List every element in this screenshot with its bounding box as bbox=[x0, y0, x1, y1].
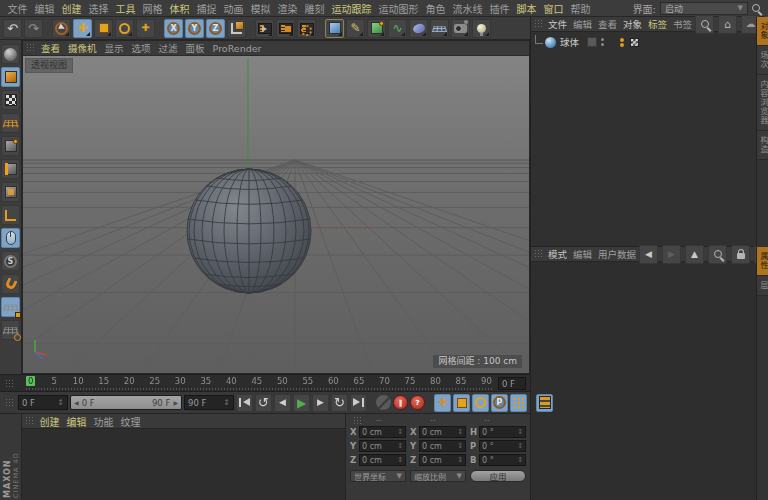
viewport-menu-选项[interactable]: 选项 bbox=[128, 41, 155, 55]
menu-编辑[interactable]: 编辑 bbox=[31, 1, 58, 16]
axis-mode-button[interactable] bbox=[1, 205, 20, 225]
x-axis-button[interactable]: X bbox=[164, 19, 183, 38]
preview-range-slider[interactable]: ◀ 0 F 90 F ▶ bbox=[70, 395, 182, 410]
generator-button[interactable] bbox=[367, 19, 386, 38]
home-icon[interactable]: ⌂ bbox=[718, 15, 737, 34]
menu-运动图形[interactable]: 运动图形 bbox=[375, 1, 422, 16]
spinner-icon[interactable]: ↕ bbox=[397, 442, 403, 450]
sphere-object[interactable] bbox=[187, 169, 311, 293]
coord-select-0[interactable]: 世界坐标▼ bbox=[350, 470, 406, 482]
make-editable-button[interactable] bbox=[1, 44, 20, 64]
y-axis-button[interactable]: Y bbox=[185, 19, 204, 38]
end-frame-field[interactable]: 90 F ↕ bbox=[184, 395, 234, 410]
coord-field-B-2[interactable]: 0 °↕ bbox=[479, 454, 526, 466]
play-button[interactable]: ▶ bbox=[293, 394, 310, 412]
viewport-menu-查看[interactable]: 查看 bbox=[37, 41, 64, 55]
spinner-icon[interactable]: ↕ bbox=[457, 442, 463, 450]
deformer-button[interactable]: ∿ bbox=[388, 19, 407, 38]
coord-select-1[interactable]: 缩放比例▼ bbox=[410, 470, 466, 482]
menu-帮助[interactable]: 帮助 bbox=[567, 1, 594, 16]
panel-handle[interactable] bbox=[534, 19, 542, 29]
scale-tool[interactable] bbox=[94, 19, 113, 38]
am-menu-模式[interactable]: 模式 bbox=[545, 247, 570, 261]
menu-动画[interactable]: 动画 bbox=[220, 1, 247, 16]
side-tab-场次[interactable]: 场次 bbox=[757, 46, 768, 75]
coord-header-1[interactable]: -- bbox=[418, 416, 472, 425]
points-mode-button[interactable] bbox=[1, 136, 20, 156]
position-key-toggle[interactable]: ✚ bbox=[434, 394, 451, 412]
select-tool[interactable] bbox=[52, 19, 71, 38]
model-mode-button[interactable] bbox=[1, 67, 20, 87]
workplane-mode-button[interactable] bbox=[1, 113, 20, 133]
side-tab-对象[interactable]: 对象 bbox=[757, 17, 768, 46]
record-disabled-button[interactable] bbox=[376, 395, 391, 410]
lock-workplane-button[interactable] bbox=[1, 297, 20, 317]
coord-field-Z-0[interactable]: 0 cm↕ bbox=[359, 454, 406, 466]
goto-end-button[interactable] bbox=[350, 394, 367, 412]
texture-mode-button[interactable] bbox=[1, 90, 20, 110]
menu-窗口[interactable]: 窗口 bbox=[540, 1, 567, 16]
viewport-menu-ProRender[interactable]: ProRender bbox=[209, 43, 266, 54]
menu-模拟[interactable]: 模拟 bbox=[247, 1, 274, 16]
panel-handle[interactable] bbox=[26, 43, 34, 53]
edges-mode-button[interactable] bbox=[1, 159, 20, 179]
loop-button[interactable]: ↻ bbox=[331, 394, 348, 412]
coord-header-2[interactable]: -- bbox=[472, 416, 526, 425]
visibility-toggle[interactable] bbox=[601, 38, 604, 46]
panel-handle[interactable] bbox=[534, 249, 542, 259]
coord-field-Y-1[interactable]: 0 cm↕ bbox=[419, 440, 466, 452]
prev-frame-button[interactable]: ◀ bbox=[274, 394, 291, 412]
menu-雕刻[interactable]: 雕刻 bbox=[301, 1, 328, 16]
menu-网格[interactable]: 网格 bbox=[139, 1, 166, 16]
panel-handle[interactable] bbox=[353, 416, 361, 426]
timeline-ruler[interactable]: 051015202530354045505560657075808590 0 F bbox=[0, 374, 530, 392]
material-menu-创建[interactable]: 创建 bbox=[36, 414, 63, 429]
coord-field-Y-0[interactable]: 0 cm↕ bbox=[359, 440, 406, 452]
om-menu-对象[interactable]: 对象 bbox=[620, 17, 645, 31]
panel-handle[interactable] bbox=[5, 398, 13, 408]
spinner-icon[interactable]: ↕ bbox=[397, 428, 403, 436]
object-label[interactable]: 球体 bbox=[558, 35, 581, 49]
render-settings-button[interactable] bbox=[297, 19, 316, 38]
om-menu-标签[interactable]: 标签 bbox=[645, 17, 670, 31]
search-icon[interactable] bbox=[752, 4, 760, 12]
menu-工具[interactable]: 工具 bbox=[112, 1, 139, 16]
spinner-icon[interactable]: ↕ bbox=[397, 456, 403, 464]
menu-体积[interactable]: 体积 bbox=[166, 1, 193, 16]
undo-button[interactable]: ↶ bbox=[3, 19, 22, 38]
spinner-icon[interactable]: ↕ bbox=[223, 398, 230, 407]
timeline-end-field[interactable]: 0 F bbox=[498, 377, 526, 390]
coord-field-P-2[interactable]: 0 °↕ bbox=[479, 440, 526, 452]
coord-field-H-2[interactable]: 0 °↕ bbox=[479, 426, 526, 438]
autokey-button[interactable]: ? bbox=[410, 395, 425, 410]
light-button[interactable] bbox=[472, 19, 491, 38]
menu-流水线[interactable]: 流水线 bbox=[449, 1, 486, 16]
am-menu-用户数据[interactable]: 用户数据 bbox=[595, 247, 639, 261]
side-tab-属性[interactable]: 属性 bbox=[757, 247, 768, 276]
scale-key-toggle[interactable] bbox=[453, 394, 470, 412]
coord-field-Z-1[interactable]: 0 cm↕ bbox=[419, 454, 466, 466]
parameter-key-toggle[interactable]: P bbox=[491, 394, 508, 412]
spline-pen-button[interactable]: ✎ bbox=[346, 19, 365, 38]
coord-field-X-1[interactable]: 0 cm↕ bbox=[419, 426, 466, 438]
side-tab-层[interactable]: 层 bbox=[757, 276, 768, 296]
volume-button[interactable] bbox=[409, 19, 428, 38]
camera-button[interactable] bbox=[451, 19, 470, 38]
material-menu-功能[interactable]: 功能 bbox=[90, 414, 117, 429]
spinner-icon[interactable]: ↕ bbox=[517, 456, 523, 464]
viewport-menu-过滤[interactable]: 过滤 bbox=[155, 41, 182, 55]
object-row-sphere[interactable]: 球体 bbox=[531, 34, 756, 50]
forward-arrow-icon[interactable]: ▶ bbox=[662, 245, 681, 264]
render-view-button[interactable] bbox=[255, 19, 274, 38]
range-right-arrow-icon[interactable]: ▶ bbox=[173, 399, 178, 406]
prev-key-button[interactable]: ↺ bbox=[255, 394, 272, 412]
current-frame-field[interactable]: 0 F ↕ bbox=[18, 395, 68, 410]
menu-插件[interactable]: 插件 bbox=[486, 1, 513, 16]
environment-button[interactable] bbox=[430, 19, 449, 38]
spinner-icon[interactable]: ↕ bbox=[517, 428, 523, 436]
layer-toggle[interactable] bbox=[587, 37, 597, 47]
panel-handle[interactable] bbox=[25, 416, 33, 426]
material-menu-纹理[interactable]: 纹理 bbox=[117, 414, 144, 429]
next-frame-button[interactable]: ▶ bbox=[312, 394, 329, 412]
panel-handle[interactable] bbox=[5, 379, 13, 389]
